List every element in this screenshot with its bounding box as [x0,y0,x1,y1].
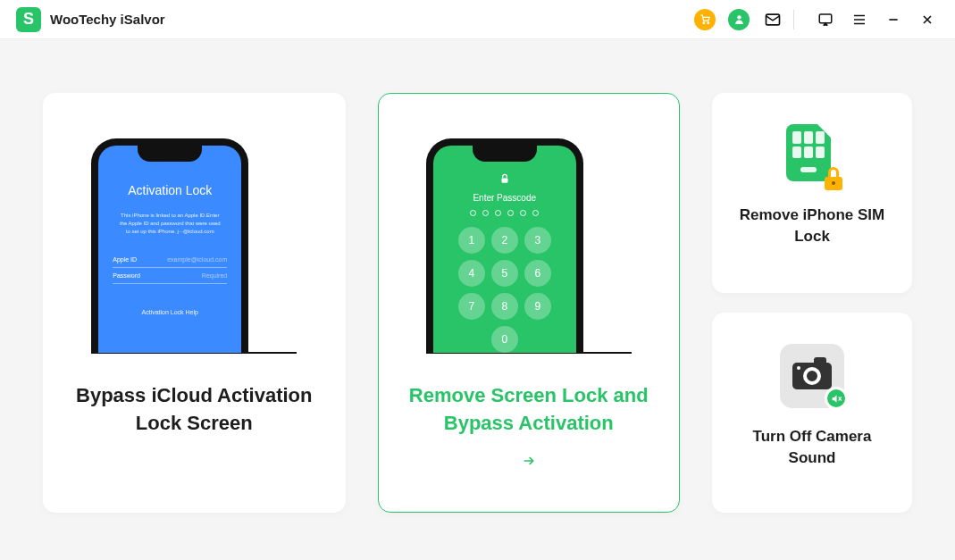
card-turn-off-camera-sound[interactable]: Turn Off Camera Sound [712,313,912,513]
card-bypass-icloud-title: Bypass iCloud Activation Lock Screen [62,382,327,438]
key-6: 6 [524,260,551,287]
svg-rect-4 [819,14,832,23]
key-7: 7 [458,293,485,320]
app-logo-glyph: S [23,10,34,29]
right-column: Remove iPhone SIM Lock Turn Off Camera S… [712,93,912,524]
svg-point-1 [707,22,708,24]
passcode-dots [444,210,565,216]
phone1-description: This iPhone is linked to an Apple ID.Ent… [113,212,227,236]
padlock-icon [824,171,843,190]
cart-icon[interactable] [693,8,716,31]
proceed-arrow-icon[interactable] [519,452,539,472]
card-remove-screen-lock-title: Remove Screen Lock and Bypass Activation [397,382,662,438]
phone1-password-label: Password [113,272,140,279]
phone-mock-passcode: Enter Passcode 1 2 3 4 5 6 7 8 9 [426,138,632,354]
mute-badge-icon [825,387,848,410]
mail-icon[interactable] [761,8,784,31]
svg-point-0 [703,22,705,24]
key-0: 0 [491,326,518,353]
key-4: 4 [458,260,485,287]
card-turn-off-camera-sound-title: Turn Off Camera Sound [727,426,897,469]
phone1-heading: Activation Lock [113,183,227,197]
titlebar: S WooTechy iSalvor [0,0,955,39]
key-8: 8 [491,293,518,320]
card-remove-sim-lock[interactable]: Remove iPhone SIM Lock [712,93,912,293]
feedback-icon[interactable] [814,8,837,31]
phone1-password-placeholder: Required [202,272,227,279]
lock-icon [444,172,565,188]
key-9: 9 [524,293,551,320]
key-3: 3 [524,227,551,254]
camera-mute-icon [780,344,844,408]
main-content: Activation Lock This iPhone is linked to… [0,39,955,560]
sim-lock-icon [786,124,838,187]
minimize-icon[interactable] [882,8,905,31]
keypad: 1 2 3 4 5 6 7 8 9 0 [444,227,565,353]
card-remove-screen-lock[interactable]: Enter Passcode 1 2 3 4 5 6 7 8 9 [378,93,681,513]
app-title: WooTechy iSalvor [50,12,165,27]
menu-icon[interactable] [848,8,871,31]
card-bypass-icloud[interactable]: Activation Lock This iPhone is linked to… [43,93,346,513]
svg-point-2 [737,15,741,19]
phone1-appleid-placeholder: example@icloud.com [167,256,227,263]
key-1: 1 [458,227,485,254]
key-2: 2 [491,227,518,254]
svg-rect-5 [501,178,507,182]
app-logo: S [16,7,41,32]
phone1-help: Activation Lock Help [113,309,227,315]
phone-mock-activation-lock: Activation Lock This iPhone is linked to… [91,138,297,354]
key-5: 5 [491,260,518,287]
phone2-heading: Enter Passcode [444,193,565,203]
close-icon[interactable] [916,8,939,31]
card-remove-sim-lock-title: Remove iPhone SIM Lock [727,205,897,247]
account-icon[interactable] [727,8,750,31]
phone1-appleid-label: Apple ID [113,256,137,263]
